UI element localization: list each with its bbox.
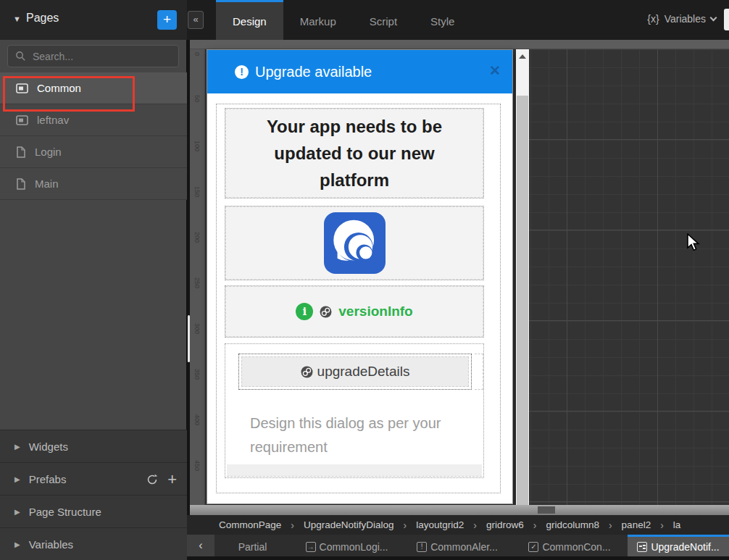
bind-link-icon [301,366,313,378]
upgrade-details-button-outline: upgradeDetails [238,354,472,390]
tab-common-confirm-dialog[interactable]: ✓ CommonCon... [512,535,628,556]
page-item-leftnav[interactable]: leftnav [0,104,187,136]
sidebar-section-page-structure[interactable]: ▶ Page Structure [0,495,187,527]
tab-style[interactable]: Style [414,0,471,40]
partial-page-icon [16,115,28,125]
ruler-tick: 200 [193,232,201,241]
section-label: Prefabs [29,473,67,485]
breadcrumb-separator: › [660,519,664,531]
chevron-right-icon: ▶ [14,443,20,451]
breadcrumb-item[interactable]: panel2 [622,519,651,530]
tab-common-alert-dialog[interactable]: ! CommonAler... [403,535,512,556]
ruler-tick: 450 [193,460,201,469]
tab-upgrade-notify-dialog[interactable]: UpgradeNotif... [628,535,729,556]
page-item-main[interactable]: Main [0,168,187,200]
sidebar-section-prefabs[interactable]: ▶ Prefabs + [0,462,187,495]
mouse-cursor [686,233,702,252]
breadcrumb-item[interactable]: UpgradeNotifyDialog [304,519,394,530]
page-item-login[interactable]: Login [0,136,187,168]
designer-placeholder-text[interactable]: Design this dialog as per your requireme… [233,398,479,472]
breadcrumb-item[interactable]: gridrow6 [486,519,524,530]
upgrade-details-button[interactable]: upgradeDetails [241,356,469,387]
tab-script[interactable]: Script [353,0,414,40]
breadcrumb: CommonPage › UpgradeNotifyDialog › layou… [187,515,729,535]
breadcrumb-item[interactable]: layoutgrid2 [416,519,464,530]
page-file-icon [16,178,26,190]
tab-markup[interactable]: Markup [283,0,353,40]
pages-panel-title: Pages [26,12,59,25]
grid-outline-fragment [475,354,483,390]
editor-tabbar: « Design Markup Script Style {x} Variabl… [187,0,729,40]
version-info-label[interactable]: versionInfo [338,304,412,319]
breadcrumb-item[interactable]: la [673,519,681,530]
ruler-tick: 250 [193,277,201,286]
bottom-edge [187,556,729,560]
dialog-window-icon [637,542,647,552]
chevron-left-icon[interactable]: ‹ [187,535,214,556]
section-label: Page Structure [29,506,101,518]
logo-cell[interactable] [225,206,484,280]
add-page-button[interactable]: + [157,10,177,30]
canvas-vertical-scrollbar[interactable] [516,49,529,505]
dialog-heading[interactable]: Your app needs to be updated to our new … [242,113,467,193]
edge-panel-button[interactable] [724,9,729,30]
alert-dialog-icon: ! [417,542,427,552]
main-area: « Design Markup Script Style {x} Variabl… [187,0,729,560]
scroll-up-arrow[interactable] [516,49,529,64]
layout-grid-outline[interactable]: Your app needs to be updated to our new … [216,104,501,493]
breadcrumb-item[interactable]: gridcolumn8 [546,519,599,530]
breadcrumb-separator: › [533,519,537,531]
ruler-tick: 150 [193,186,201,195]
chevron-down-icon[interactable]: ▼ [13,14,21,23]
variables-dropdown[interactable]: {x} Variables [647,13,716,25]
version-info-cell[interactable]: i versionInfo [225,285,484,338]
breadcrumb-separator: › [291,519,294,531]
chevron-right-icon: ▶ [14,508,20,516]
pages-panel-header: ▼ Pages + [0,0,187,40]
partial-page-icon [16,83,28,93]
add-prefab-icon[interactable]: + [167,472,177,487]
page-item-label: Common [37,82,81,94]
breadcrumb-separator: › [404,519,407,531]
info-icon: i [296,303,313,320]
dialog-header[interactable]: ! Upgrade available ✕ [207,50,512,93]
bind-link-icon[interactable] [320,306,332,318]
heading-cell[interactable]: Your app needs to be updated to our new … [225,108,484,198]
breadcrumb-separator: › [609,519,612,531]
canvas-horizontal-scrollbar[interactable] [190,505,729,515]
details-panel[interactable]: upgradeDetails Design this dialog as per… [225,343,484,478]
chevron-right-icon: ▶ [14,540,20,548]
scrollbar-thumb[interactable] [538,506,555,514]
wavemaker-studio: ▼ Pages + Common leftnav [0,0,729,560]
ruler-tick: 300 [193,323,201,332]
design-canvas-grid[interactable] [529,49,729,505]
badge-exclamation-icon: ! [235,65,249,79]
tab-label: CommonLogi... [320,541,388,553]
upgrade-notify-dialog: ! Upgrade available ✕ Your app needs to … [207,49,513,504]
page-item-label: Login [35,146,62,158]
tab-partial[interactable]: Partial [214,535,291,556]
wavemaker-logo-icon[interactable] [324,212,386,274]
tab-common-login-dialog[interactable]: → CommonLogi... [291,535,403,556]
tab-label: CommonAler... [430,541,498,553]
page-item-common[interactable]: Common [0,72,187,104]
tab-label: Partial [238,541,267,553]
ruler-tick: 400 [193,414,201,423]
tab-label: CommonCon... [542,541,610,553]
breadcrumb-separator: › [473,519,477,531]
chevron-right-icon: ▶ [14,475,20,483]
breadcrumb-item[interactable]: CommonPage [219,519,281,530]
page-file-icon [16,146,26,158]
close-icon[interactable]: ✕ [489,62,501,79]
left-sidebar: ▼ Pages + Common leftnav [0,0,187,560]
sidebar-accordion: ▶ Widgets ▶ Prefabs + ▶ Page Structure [0,430,187,560]
horizontal-ruler [190,40,729,49]
tab-design[interactable]: Design [216,0,283,40]
sidebar-section-widgets[interactable]: ▶ Widgets [0,430,187,462]
refresh-icon[interactable] [146,473,159,486]
collapse-sidebar-button[interactable]: « [188,11,204,29]
search-input[interactable] [33,46,174,67]
ruler-tick: 50 [193,95,201,104]
sidebar-section-variables[interactable]: ▶ Variables [0,527,187,560]
scrollbar-thumb[interactable] [517,96,528,505]
